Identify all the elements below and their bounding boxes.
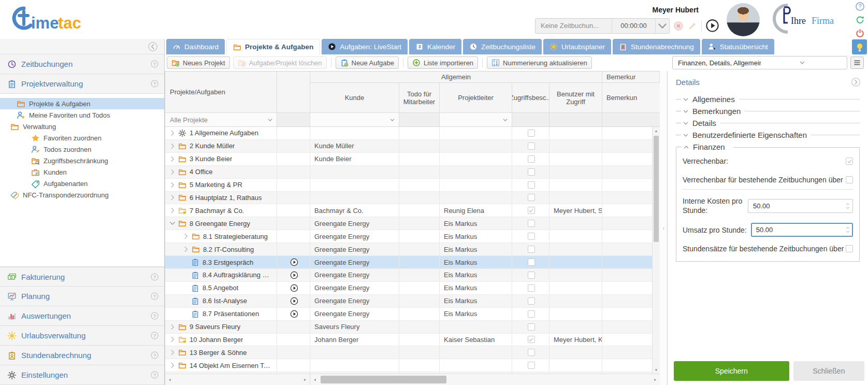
scroll-left-icon[interactable] <box>310 374 320 385</box>
sidebar-section-einstellungen[interactable]: Einstellungen? <box>0 365 164 385</box>
details-section-benutzerdefinierte-eigenschaften[interactable]: Benutzerdefinierte Eigenschaften <box>668 129 868 141</box>
zugriff-checkbox[interactable] <box>528 336 535 343</box>
panel-splitter[interactable]: › <box>660 71 667 385</box>
refresh-icon[interactable] <box>855 15 865 25</box>
projektleiter-filter-select[interactable] <box>440 113 512 126</box>
neues-projekt-button[interactable]: Neues Projekt <box>167 56 230 69</box>
sidebar-item-zugriffsbeschraenkung[interactable]: Zugriffsbeschränkung <box>0 155 164 166</box>
tracker-field[interactable]: Keine Zeitbuchun... 00:00:00 <box>535 18 670 34</box>
details-section-allgemeines[interactable]: Allgemeines <box>668 93 868 105</box>
table-row[interactable]: 5 Marketing & PR <box>165 179 660 192</box>
table-row[interactable]: 10 Johann BergerJohann BergerKaiser Seba… <box>165 334 660 347</box>
interne-kosten-input[interactable]: 50.00 <box>748 199 853 213</box>
table-row[interactable]: 8.6 Ist-AnalyseGreengate EnergyEis Marku… <box>165 295 660 308</box>
zugriff-checkbox[interactable] <box>528 207 535 214</box>
help-icon[interactable]: ? <box>150 370 159 379</box>
scroll-down-icon[interactable] <box>653 366 660 374</box>
start-task-button-icon[interactable] <box>290 258 298 266</box>
column-header-kunde[interactable]: Kunde <box>310 83 399 113</box>
zugriff-checkbox[interactable] <box>528 220 535 227</box>
sidebar-item-verwaltung[interactable]: Verwaltung <box>0 121 164 132</box>
exp-down-icon[interactable] <box>168 219 177 227</box>
zugriff-checkbox[interactable] <box>528 142 535 150</box>
sidebar-item-favoriten-zuordnen[interactable]: Favoriten zuordnen <box>0 132 164 144</box>
start-task-button-icon[interactable] <box>290 297 298 305</box>
table-row[interactable]: 8.4 Auftragsklärung & ZielsetzungGreenga… <box>165 269 660 282</box>
finanzen-section-header[interactable]: Finanzen <box>676 142 733 151</box>
avatar[interactable] <box>727 3 760 36</box>
zugriff-checkbox[interactable] <box>528 181 535 189</box>
table-row[interactable]: 8.1 StrategieberatungGreengate EnergyEis… <box>165 230 660 243</box>
sidebar-item-projekte-and-aufgaben[interactable]: Projekte & Aufgaben <box>0 98 164 109</box>
table-row[interactable]: 8.7 PräsentationenGreengate EnergyEis Ma… <box>165 308 660 321</box>
tab-aufgaben-livestart[interactable]: Aufgaben: LiveStart <box>322 39 408 54</box>
help-icon[interactable]: ? <box>150 331 159 340</box>
tab-statusuebersicht[interactable]: Statusübersicht <box>702 39 774 54</box>
column-header-benutzer-mit-zugriff[interactable]: Benutzer mit Zugriff <box>549 83 602 113</box>
sidebar-section-zeitbuchungen[interactable]: Zeitbuchungen? <box>0 54 164 74</box>
exp-right-icon[interactable] <box>168 129 177 137</box>
help-icon[interactable]: ? <box>150 292 159 301</box>
exp-right-icon[interactable] <box>168 168 177 176</box>
help-icon[interactable]: ? <box>150 273 159 281</box>
tree-horizontal-scrollbar[interactable] <box>165 374 310 385</box>
scroll-left-icon[interactable] <box>165 374 175 385</box>
table-row[interactable]: 7 Bachmayr & Co.Bachmayr & Co.Reunig Ele… <box>165 204 660 217</box>
exp-right-icon[interactable] <box>168 142 177 150</box>
exp-right-icon[interactable] <box>168 206 177 215</box>
tab-stundenabrechnung[interactable]: Stundenabrechnung <box>613 39 700 54</box>
sidebar-section-fakturierung[interactable]: Fakturierung? <box>0 267 164 287</box>
sidebar-section-urlaubsverwaltung[interactable]: Urlaubsverwaltung? <box>0 326 164 346</box>
exp-right-icon[interactable] <box>168 361 177 369</box>
sidebar-item-aufgabenarten[interactable]: Aufgabenarten <box>0 178 164 189</box>
help-icon[interactable]: ? <box>855 2 865 11</box>
exp-right-icon[interactable] <box>168 193 177 202</box>
exp-right-icon[interactable] <box>182 232 190 240</box>
liste-importieren-button[interactable]: Liste importieren <box>408 56 478 69</box>
exp-right-icon[interactable] <box>168 155 177 163</box>
spinner-icons[interactable] <box>845 202 850 210</box>
column-header-projekte-aufgaben[interactable]: Projekte/Aufgaben <box>165 72 277 113</box>
tab-projekte-and-aufgaben[interactable]: Projekte & Aufgaben <box>226 39 320 54</box>
sidebar-section-auswertungen[interactable]: Auswertungen? <box>0 306 164 326</box>
vertical-scrollbar-thumb[interactable] <box>654 136 659 242</box>
verrechenbar-bestehende-checkbox[interactable] <box>846 176 853 183</box>
nummerierung-aktualisieren-button[interactable]: 12Nummerierung aktualisieren <box>487 56 592 69</box>
sidebar-item-meine-favoriten-und-todos[interactable]: Meine Favoriten und Todos <box>0 109 164 121</box>
table-row[interactable]: 3 Kunde BeierKunde Beier <box>165 153 660 166</box>
exp-right-icon[interactable] <box>168 348 177 357</box>
project-filter-select[interactable]: Alle Projekte <box>165 113 277 126</box>
hints-button[interactable] <box>852 39 867 54</box>
table-row[interactable]: 9 Saveurs FleurySaveurs Fleury <box>165 321 660 334</box>
sidebar-item-todos-zuordnen[interactable]: Todos zuordnen <box>0 144 164 155</box>
data-horizontal-scrollbar[interactable] <box>310 374 660 385</box>
verrechenbar-checkbox[interactable] <box>846 158 853 165</box>
column-header-projektleiter[interactable]: Projektleiter <box>440 83 512 113</box>
spinner-icons[interactable] <box>845 226 850 234</box>
umsatz-input[interactable]: 50.00 <box>751 223 853 237</box>
horizontal-scrollbar-thumb[interactable] <box>321 376 446 383</box>
zugriff-checkbox[interactable] <box>528 168 535 176</box>
stundensaetze-checkbox[interactable] <box>846 245 853 252</box>
zugriff-checkbox[interactable] <box>528 259 535 266</box>
tab-urlaubsplaner[interactable]: Urlaubsplaner <box>543 39 611 54</box>
exp-right-icon[interactable] <box>182 245 190 253</box>
start-tracking-button[interactable] <box>705 19 719 33</box>
sidebar-section-projektverwaltung[interactable]: Projektverwaltung? <box>0 74 164 94</box>
menu-button[interactable] <box>850 56 864 69</box>
table-row[interactable]: 8.2 IT-ConsultingGreengate EnergyEis Mar… <box>165 243 660 256</box>
neue-aufgabe-button[interactable]: Neue Aufgabe <box>336 56 399 69</box>
kunde-filter-select[interactable] <box>310 113 399 126</box>
help-icon[interactable]: ? <box>150 79 159 88</box>
zugriff-checkbox[interactable] <box>528 233 535 240</box>
zugriff-checkbox[interactable] <box>528 323 535 331</box>
scroll-right-icon[interactable] <box>300 374 310 385</box>
chevron-down-icon[interactable] <box>656 19 669 33</box>
table-row[interactable]: 8.5 AngebotGreengate EnergyEis Markus <box>165 282 660 295</box>
table-row[interactable]: 2 Kunde MüllerKunde Müller <box>165 140 660 153</box>
start-task-button-icon[interactable] <box>290 310 298 318</box>
tab-zeitbuchungsliste[interactable]: Zeitbuchungsliste <box>463 39 542 54</box>
tab-dashboard[interactable]: Dashboard <box>166 39 225 54</box>
zugriff-checkbox[interactable] <box>528 362 535 369</box>
zugriff-checkbox[interactable] <box>528 349 535 356</box>
